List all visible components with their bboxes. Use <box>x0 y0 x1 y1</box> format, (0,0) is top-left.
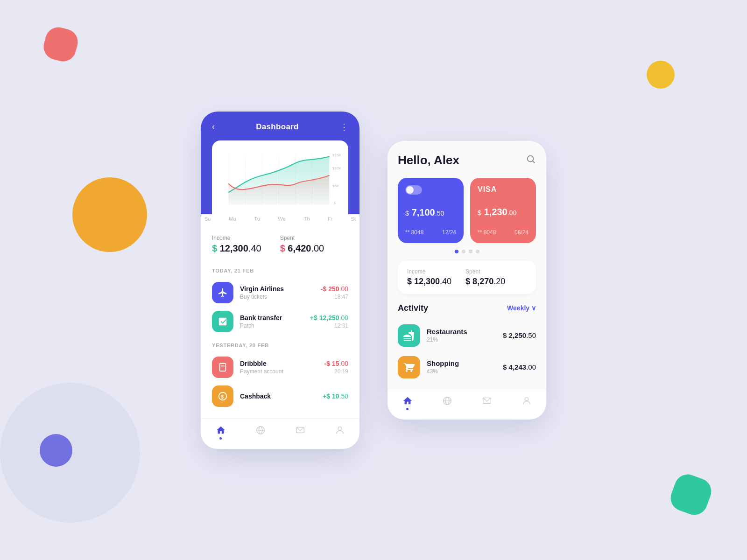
weekly-filter-button[interactable]: Weekly ∨ <box>507 304 536 312</box>
red-card-number: ** 8048 <box>478 229 496 236</box>
back-button[interactable]: ‹ <box>212 122 215 132</box>
blue-card[interactable]: $ 7,100.50 ** 8048 12/24 <box>398 178 464 243</box>
red-card-balance: $ 1,230.00 <box>478 202 529 220</box>
cashback-icon: $ <box>212 385 233 407</box>
spent-label: Spent <box>280 235 324 241</box>
bank-transfer-icon <box>212 311 233 332</box>
dot-4[interactable] <box>476 250 479 253</box>
dribbble-info: Dribbble Payment account <box>240 360 318 375</box>
card-toggle[interactable] <box>405 185 422 195</box>
blue-card-expiry: 12/24 <box>442 229 456 236</box>
decoration-blob-teal <box>667 471 715 519</box>
card-dots <box>398 250 536 253</box>
svg-text:0: 0 <box>334 201 337 205</box>
bank-transfer-info: Bank transfer Patch <box>240 314 303 329</box>
income-dollar: $ <box>212 243 220 253</box>
restaurants-info: Restaurants 21% <box>427 328 496 343</box>
nav-globe[interactable] <box>255 425 266 440</box>
left-phone-header: ‹ Dashboard ⋮ $15K $10K $5K 0 <box>201 112 359 214</box>
chart-day-mu: Mu <box>229 216 236 222</box>
decoration-blob-red <box>41 24 81 64</box>
dribbble-time: 20:19 <box>324 368 348 375</box>
summary-spent: Spent $ 8,270.20 <box>465 268 505 287</box>
spent-stat: Spent $ 6,420.00 <box>280 235 324 254</box>
chart-day-su: Su <box>204 216 211 222</box>
dot-2[interactable] <box>462 250 465 253</box>
decoration-blob-yellow <box>647 61 675 89</box>
transaction-dribbble[interactable]: Dribbble Payment account -$ 15.00 20:19 <box>212 353 348 382</box>
cashback-name: Cashback <box>240 392 316 400</box>
activity-title: Activity <box>398 303 428 313</box>
shopping-pct: 43% <box>427 368 496 375</box>
blue-card-balance: $ 7,100.50 <box>405 203 456 221</box>
right-nav-profile[interactable] <box>521 396 532 410</box>
right-phone-body: Hello, Alex $ 7,100.50 <box>388 141 546 383</box>
shopping-amount: $ 4,243.00 <box>503 363 536 371</box>
virgin-airlines-name: Virgin Airlines <box>240 285 314 293</box>
right-nav-home[interactable] <box>402 396 413 410</box>
nav-home[interactable] <box>216 425 226 440</box>
dashboard-title: Dashboard <box>256 122 299 132</box>
svg-text:$5K: $5K <box>332 184 339 188</box>
restaurants-pct: 21% <box>427 336 496 343</box>
right-phone: Hello, Alex $ 7,100.50 <box>388 141 546 420</box>
chart-days: Su Mu Tu We Th Fr St <box>201 214 359 226</box>
transaction-virgin-airlines[interactable]: Virgin Airlines Buy tickets -$ 250.00 18… <box>212 278 348 307</box>
dot-1[interactable] <box>455 250 458 253</box>
menu-button[interactable]: ⋮ <box>340 122 348 132</box>
summary-income-value: $ 12,300.40 <box>407 277 451 287</box>
red-card-footer: ** 8048 08/24 <box>478 229 529 236</box>
nav-chat[interactable] <box>295 425 305 440</box>
blue-card-top <box>405 185 456 195</box>
blue-card-balance-value: $ 7,100.50 <box>405 207 456 218</box>
dribbble-amount: -$ 15.00 <box>324 360 348 367</box>
svg-text:$15K: $15K <box>332 153 341 157</box>
toggle-thumb <box>406 186 414 194</box>
right-nav-chat[interactable] <box>482 396 492 410</box>
greeting-title: Hello, Alex <box>398 153 459 168</box>
bank-transfer-time: 12:31 <box>310 322 348 329</box>
red-card-expiry: 08/24 <box>514 229 529 236</box>
dot-3[interactable] <box>469 250 472 253</box>
decoration-blob-blue <box>40 434 72 467</box>
dribbble-name: Dribbble <box>240 360 318 367</box>
bank-transfer-amount: +$ 12,250.00 <box>310 314 348 322</box>
income-value: $ 12,300.40 <box>212 243 261 254</box>
cashback-info: Cashback <box>240 392 316 400</box>
red-card[interactable]: VISA $ 1,230.00 ** 8048 08/24 <box>470 178 536 243</box>
line-chart: $15K $10K $5K 0 <box>219 147 341 212</box>
red-card-top: VISA <box>478 185 529 194</box>
svg-point-20 <box>528 155 534 161</box>
svg-text:$10K: $10K <box>332 166 341 170</box>
shopping-name: Shopping <box>427 359 496 367</box>
dribbble-amount-col: -$ 15.00 20:19 <box>324 360 348 375</box>
hello-row: Hello, Alex <box>398 153 536 168</box>
right-bottom-nav <box>388 389 546 420</box>
search-button[interactable] <box>526 154 536 167</box>
cashback-amount: +$ 10.50 <box>323 392 348 400</box>
restaurants-icon <box>398 324 420 347</box>
spent-dollar: $ <box>280 243 288 253</box>
visa-label: VISA <box>478 185 497 194</box>
transaction-cashback[interactable]: $ Cashback +$ 10.50 <box>212 382 348 411</box>
right-nav-globe[interactable] <box>442 396 452 410</box>
shopping-icon <box>398 356 420 378</box>
income-label: Income <box>212 235 261 241</box>
chart-day-th: Th <box>304 216 310 222</box>
restaurants-amount: $ 2,250.50 <box>503 331 536 339</box>
summary-income: Income $ 12,300.40 <box>407 268 451 287</box>
spent-value: $ 6,420.00 <box>280 243 324 254</box>
transaction-bank-transfer[interactable]: Bank transfer Patch +$ 12,250.00 12:31 <box>212 307 348 336</box>
today-date-label: TODAY, 21 FEB <box>212 261 348 278</box>
activity-restaurants[interactable]: Restaurants 21% $ 2,250.50 <box>398 320 536 351</box>
svg-rect-11 <box>220 363 226 371</box>
phone-nav: ‹ Dashboard ⋮ <box>212 122 348 132</box>
activity-shopping[interactable]: Shopping 43% $ 4,243.00 <box>398 351 536 383</box>
nav-profile[interactable] <box>335 425 345 440</box>
shopping-info: Shopping 43% <box>427 359 496 375</box>
svg-point-26 <box>525 397 528 400</box>
stats-row: Income $ 12,300.40 Spent $ 6,420.00 <box>201 226 359 261</box>
red-card-balance-value: $ 1,230.00 <box>478 207 529 217</box>
virgin-airlines-icon <box>212 282 233 303</box>
income-stat: Income $ 12,300.40 <box>212 235 261 254</box>
